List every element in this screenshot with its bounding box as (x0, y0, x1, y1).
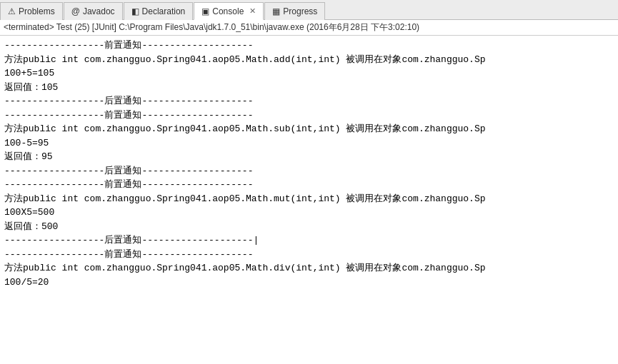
tab-problems[interactable]: ⚠ Problems (0, 2, 63, 20)
status-bar: <terminated> Test (25) [JUnit] C:\Progra… (0, 20, 618, 36)
console-line: ------------------后置通知------------------… (4, 164, 614, 178)
tab-declaration-label: Declaration (142, 6, 186, 16)
tab-console[interactable]: ▣ Console ✕ (194, 2, 264, 20)
console-line: 100-5=95 (4, 136, 614, 151)
tab-console-label: Console (212, 6, 244, 16)
tab-problems-label: Problems (19, 6, 55, 16)
console-line: ------------------前置通知------------------… (4, 248, 614, 262)
console-line: 方法public int com.zhangguo.Spring041.aop0… (4, 122, 614, 136)
console-line: ------------------前置通知------------------… (4, 108, 614, 123)
console-line: 返回值：500 (4, 220, 614, 234)
console-line: 返回值：105 (4, 81, 614, 95)
console-line: 方法public int com.zhangguo.Spring041.aop0… (4, 53, 614, 67)
tab-javadoc-label: Javadoc (83, 6, 115, 16)
tab-progress-label: Progress (283, 6, 317, 16)
tab-bar: ⚠ Problems @ Javadoc ◧ Declaration ▣ Con… (0, 0, 618, 20)
console-line: ------------------后置通知------------------… (4, 94, 614, 108)
console-line: 方法public int com.zhangguo.Spring041.aop0… (4, 261, 614, 275)
console-line: ------------------前置通知------------------… (4, 178, 614, 192)
console-line: 100X5=500 (4, 206, 614, 220)
javadoc-icon: @ (71, 6, 80, 16)
tab-javadoc[interactable]: @ Javadoc (64, 2, 123, 20)
console-line: 100+5=105 (4, 66, 614, 81)
console-line: 返回值：95 (4, 150, 614, 164)
progress-icon: ▦ (272, 6, 280, 16)
declaration-icon: ◧ (131, 6, 139, 16)
console-line: ------------------后置通知------------------… (4, 233, 614, 248)
tab-progress[interactable]: ▦ Progress (264, 2, 325, 20)
console-line: 方法public int com.zhangguo.Spring041.aop0… (4, 192, 614, 206)
tab-declaration[interactable]: ◧ Declaration (124, 2, 194, 20)
console-line: ------------------前置通知------------------… (4, 39, 614, 53)
console-line: 100/5=20 (4, 275, 614, 290)
problems-icon: ⚠ (8, 6, 16, 16)
console-output[interactable]: ------------------前置通知------------------… (0, 36, 618, 364)
console-close-icon[interactable]: ✕ (249, 6, 256, 16)
console-icon: ▣ (201, 6, 209, 16)
status-text: <terminated> Test (25) [JUnit] C:\Progra… (4, 21, 419, 34)
